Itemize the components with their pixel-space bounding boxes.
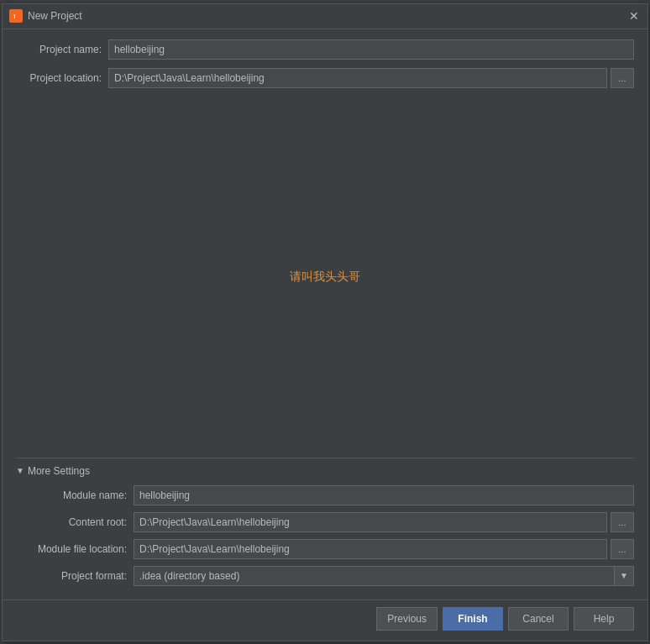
module-file-location-input-container: ...: [134, 539, 634, 559]
close-button[interactable]: ✕: [627, 9, 641, 23]
content-root-row: Content root: ...: [16, 512, 634, 532]
help-button[interactable]: Help: [574, 607, 634, 631]
title-bar: ! New Project ✕: [3, 4, 647, 29]
watermark-text: 请叫我头头哥: [290, 270, 360, 285]
project-format-select-container: .idea (directory based) .ipr (file based…: [134, 566, 634, 586]
project-location-label: Project location:: [16, 72, 108, 84]
dialog-content: Project name: Project location: ... 请叫我头…: [3, 29, 647, 599]
module-name-row: Module name:: [16, 485, 634, 505]
project-name-row: Project name:: [16, 39, 634, 60]
project-location-input-container: ...: [108, 68, 634, 88]
module-file-location-input[interactable]: [134, 539, 607, 559]
project-name-input[interactable]: [108, 39, 634, 60]
module-name-label: Module name:: [16, 490, 134, 501]
dialog-buttons: Previous Finish Cancel Help: [3, 599, 647, 641]
project-format-select[interactable]: .idea (directory based) .ipr (file based…: [134, 566, 634, 586]
finish-button[interactable]: Finish: [443, 607, 503, 631]
previous-button[interactable]: Previous: [376, 607, 438, 631]
svg-text:!: !: [13, 13, 16, 20]
cancel-button[interactable]: Cancel: [508, 607, 569, 631]
project-name-input-container: [108, 39, 634, 60]
more-settings-label: More Settings: [28, 465, 90, 477]
module-name-input-container: [134, 485, 634, 505]
module-file-location-row: Module file location: ...: [16, 539, 634, 559]
project-location-input[interactable]: [108, 68, 607, 88]
new-project-dialog: ! New Project ✕ Project name: Project lo…: [2, 3, 648, 641]
content-root-label: Content root:: [16, 516, 134, 528]
dialog-title: New Project: [28, 10, 622, 22]
project-location-row: Project location: ...: [16, 68, 634, 88]
content-root-browse-button[interactable]: ...: [611, 512, 634, 532]
module-name-input[interactable]: [134, 485, 634, 505]
project-format-row: Project format: .idea (directory based) …: [16, 566, 634, 586]
project-format-label: Project format:: [16, 570, 134, 582]
more-settings-content: Module name: Content root: ... Module fi…: [16, 485, 634, 599]
project-name-label: Project name:: [16, 44, 108, 55]
more-settings-section: ▼ More Settings Module name: Content roo…: [16, 458, 634, 599]
main-area: 请叫我头头哥: [16, 97, 634, 458]
app-icon: !: [9, 9, 23, 23]
more-settings-triangle-icon: ▼: [16, 466, 24, 475]
content-root-input[interactable]: [134, 512, 607, 532]
content-root-input-container: ...: [134, 512, 634, 532]
module-file-location-browse-button[interactable]: ...: [611, 539, 634, 559]
project-location-browse-button[interactable]: ...: [611, 68, 634, 88]
more-settings-toggle[interactable]: ▼ More Settings: [16, 465, 634, 477]
module-file-location-label: Module file location:: [16, 543, 134, 555]
